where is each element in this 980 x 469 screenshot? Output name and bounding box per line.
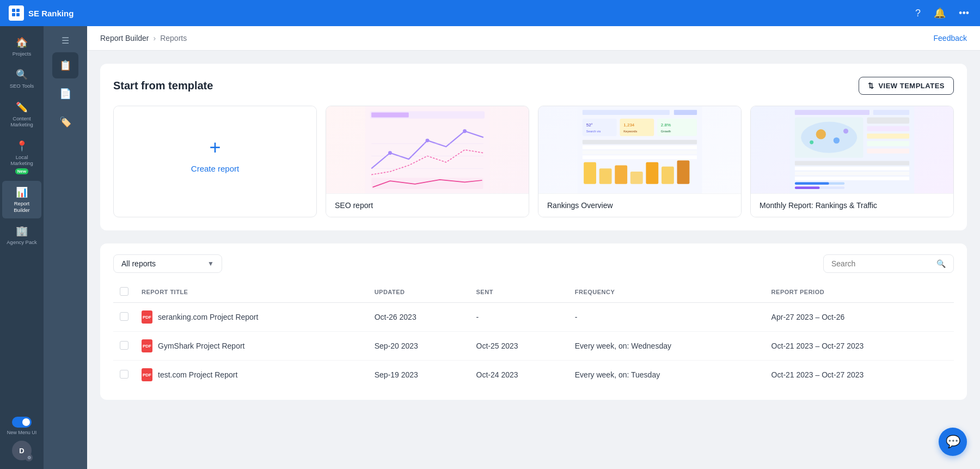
table-row: PDF seranking.com Project Report Oct-26 … xyxy=(113,303,954,332)
col-updated: UPDATED xyxy=(368,282,470,303)
rankings-footer: Rankings Overview xyxy=(538,193,741,217)
seo-preview xyxy=(326,106,529,193)
svg-rect-17 xyxy=(583,119,617,136)
svg-point-9 xyxy=(463,129,467,133)
reports-filter-bar: All reports ▼ 🔍 xyxy=(113,254,954,273)
seo-name: SEO report xyxy=(335,201,373,210)
svg-rect-36 xyxy=(677,160,690,184)
svg-rect-38 xyxy=(795,110,869,115)
sidebar2-item-document[interactable]: 📄 xyxy=(52,81,78,107)
seo-report-card[interactable]: SEO report xyxy=(326,106,529,217)
search-icon: 🔍 xyxy=(936,259,946,268)
col-period: REPORT PERIOD xyxy=(765,282,954,303)
sidebar-item-agency-pack[interactable]: 🏢 Agency Pack xyxy=(2,220,41,251)
svg-rect-46 xyxy=(867,118,909,124)
create-report-card[interactable]: + Create report xyxy=(113,106,317,217)
svg-rect-29 xyxy=(583,155,697,159)
main-scroll: Start from template ⇅ VIEW TEMPLATES + C… xyxy=(87,51,980,469)
seo-icon: 🔍 xyxy=(16,69,28,81)
svg-point-42 xyxy=(816,129,826,139)
sidebar-item-seo-tools[interactable]: 🔍 SEO Tools xyxy=(2,63,41,94)
chevron-down-icon: ▼ xyxy=(207,260,214,267)
row2-title-text[interactable]: GymShark Project Report xyxy=(158,342,245,350)
sidebar2: ☰ 📋 📄 🏷️ xyxy=(44,26,87,469)
view-templates-button[interactable]: ⇅ VIEW TEMPLATES xyxy=(859,77,954,95)
more-options-icon[interactable]: ••• xyxy=(957,5,971,21)
new-badge: New xyxy=(15,168,28,174)
pdf-icon: PDF xyxy=(142,339,152,352)
svg-rect-3 xyxy=(16,13,20,16)
feedback-button[interactable]: Feedback xyxy=(934,34,967,42)
row2-checkbox[interactable] xyxy=(120,341,128,350)
svg-rect-0 xyxy=(12,9,15,12)
monthly-name: Monthly Report: Rankings & Traffic xyxy=(759,201,877,210)
template-cards: + Create report xyxy=(113,106,954,217)
filter-select[interactable]: All reports ▼ xyxy=(113,254,222,273)
app-logo[interactable]: SE Ranking xyxy=(9,5,74,21)
select-all-header xyxy=(113,282,135,303)
row3-updated: Sep-19 2023 xyxy=(368,361,470,389)
breadcrumb-bar: Report Builder › Reports Feedback xyxy=(87,26,980,51)
svg-text:52°: 52° xyxy=(586,123,593,127)
row2-checkbox-cell xyxy=(113,332,135,361)
breadcrumb-parent[interactable]: Report Builder xyxy=(100,34,149,42)
content-area: Report Builder › Reports Feedback Start … xyxy=(87,26,980,469)
table-body: PDF seranking.com Project Report Oct-26 … xyxy=(113,303,954,389)
help-icon[interactable]: ? xyxy=(913,5,923,21)
rankings-card[interactable]: 52° Search vis 1,234 Keywords 2.8% Growt… xyxy=(538,106,742,217)
notification-icon[interactable]: 🔔 xyxy=(932,5,948,21)
row1-checkbox-cell xyxy=(113,303,135,332)
svg-rect-48 xyxy=(867,133,909,138)
create-label: Create report xyxy=(191,164,239,173)
svg-rect-16 xyxy=(674,110,697,115)
svg-rect-31 xyxy=(599,168,612,184)
row2-title: PDF GymShark Project Report xyxy=(135,332,368,361)
toggle-switch[interactable] xyxy=(12,417,32,428)
settings-icon: ⚙ xyxy=(25,454,33,461)
search-input[interactable] xyxy=(831,259,932,268)
row1-title-text[interactable]: seranking.com Project Report xyxy=(158,313,258,321)
collapse-icon[interactable]: ☰ xyxy=(52,31,78,50)
svg-rect-53 xyxy=(795,172,909,175)
row1-frequency: - xyxy=(568,303,765,332)
svg-rect-56 xyxy=(795,182,829,185)
sidebar-item-projects[interactable]: 🏠 Projects xyxy=(2,31,41,62)
row3-checkbox[interactable] xyxy=(120,370,128,379)
row3-sent: Oct-24 2023 xyxy=(470,361,568,389)
agency-icon: 🏢 xyxy=(16,225,28,237)
sidebar-bottom: New Menu UI D ⚙ xyxy=(0,409,44,465)
svg-rect-54 xyxy=(795,176,909,180)
breadcrumb: Report Builder › Reports xyxy=(100,34,187,42)
avatar-button[interactable]: D ⚙ xyxy=(12,441,32,460)
sidebar-item-report-builder[interactable]: 📊 Report Builder xyxy=(2,181,41,218)
row3-title-text[interactable]: test.com Project Report xyxy=(158,370,237,379)
content-icon: ✏️ xyxy=(16,101,28,113)
view-templates-label: VIEW TEMPLATES xyxy=(878,82,945,90)
svg-rect-35 xyxy=(661,167,674,184)
table-row: PDF GymShark Project Report Sep-20 2023 … xyxy=(113,332,954,361)
pdf-icon: PDF xyxy=(142,310,152,324)
row2-updated: Sep-20 2023 xyxy=(368,332,470,361)
sidebar: 🏠 Projects 🔍 SEO Tools ✏️ Content Market… xyxy=(0,26,44,469)
sidebar2-item-branded[interactable]: 🏷️ xyxy=(52,109,78,135)
svg-rect-2 xyxy=(12,13,15,16)
template-header: Start from template ⇅ VIEW TEMPLATES xyxy=(113,77,954,95)
chat-bubble[interactable]: 💬 xyxy=(939,428,967,456)
select-all-checkbox[interactable] xyxy=(120,287,128,296)
sidebar-item-content-marketing[interactable]: ✏️ Content Marketing xyxy=(2,96,41,133)
svg-rect-10 xyxy=(371,178,483,189)
sidebar-item-local-marketing[interactable]: 📍 Local Marketing New xyxy=(2,135,41,180)
row1-checkbox[interactable] xyxy=(120,312,128,321)
svg-rect-30 xyxy=(584,162,596,184)
home-icon: 🏠 xyxy=(16,36,28,48)
svg-rect-39 xyxy=(873,110,909,115)
view-templates-icon: ⇅ xyxy=(868,82,874,90)
svg-rect-52 xyxy=(795,167,909,170)
sidebar2-item-reports[interactable]: 📋 xyxy=(52,52,78,78)
plus-icon: + xyxy=(209,138,220,157)
svg-rect-51 xyxy=(795,161,909,166)
new-menu-toggle[interactable]: New Menu UI xyxy=(4,413,40,438)
monthly-card[interactable]: Monthly Report: Rankings & Traffic xyxy=(750,106,954,217)
row2-period: Oct-21 2023 – Oct-27 2023 xyxy=(765,332,954,361)
svg-rect-49 xyxy=(867,141,909,146)
